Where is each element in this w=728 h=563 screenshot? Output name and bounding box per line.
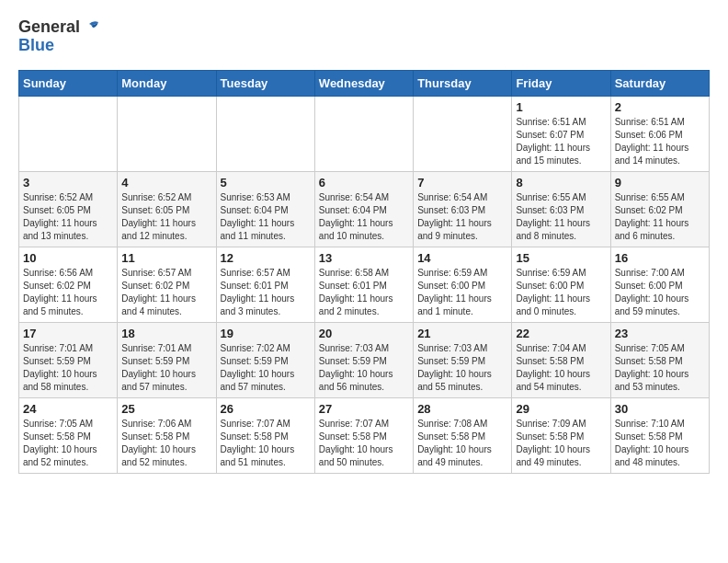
day-number: 5 — [221, 176, 311, 190]
day-info: Sunrise: 6:55 AM Sunset: 6:03 PM Dayligh… — [516, 191, 606, 243]
calendar-cell: 30Sunrise: 7:10 AM Sunset: 5:58 PM Dayli… — [610, 397, 709, 473]
weekday-header-row: SundayMondayTuesdayWednesdayThursdayFrid… — [19, 70, 710, 96]
weekday-header-saturday: Saturday — [610, 70, 709, 96]
logo-text-blue: Blue — [18, 37, 54, 55]
weekday-header-wednesday: Wednesday — [314, 70, 413, 96]
day-info: Sunrise: 7:01 AM Sunset: 5:59 PM Dayligh… — [23, 342, 113, 394]
day-info: Sunrise: 6:54 AM Sunset: 6:03 PM Dayligh… — [417, 191, 507, 243]
day-number: 2 — [615, 100, 705, 114]
day-info: Sunrise: 6:59 AM Sunset: 6:00 PM Dayligh… — [417, 267, 507, 318]
day-number: 17 — [23, 327, 113, 340]
day-number: 13 — [319, 251, 409, 265]
calendar-cell: 15Sunrise: 6:59 AM Sunset: 6:00 PM Dayli… — [512, 247, 610, 322]
calendar-cell: 26Sunrise: 7:07 AM Sunset: 5:58 PM Dayli… — [216, 397, 314, 473]
calendar-week-1: 1Sunrise: 6:51 AM Sunset: 6:07 PM Daylig… — [19, 96, 710, 171]
logo-bird-icon — [82, 20, 100, 35]
calendar-cell: 17Sunrise: 7:01 AM Sunset: 5:59 PM Dayli… — [19, 322, 118, 397]
day-info: Sunrise: 6:51 AM Sunset: 6:06 PM Dayligh… — [615, 116, 705, 167]
day-number: 10 — [23, 251, 113, 265]
calendar-table: SundayMondayTuesdayWednesdayThursdayFrid… — [18, 70, 710, 474]
calendar-week-2: 3Sunrise: 6:52 AM Sunset: 6:05 PM Daylig… — [19, 171, 710, 247]
day-info: Sunrise: 7:09 AM Sunset: 5:58 PM Dayligh… — [516, 418, 606, 469]
day-number: 15 — [516, 251, 606, 265]
day-info: Sunrise: 6:57 AM Sunset: 6:01 PM Dayligh… — [221, 267, 311, 318]
calendar-cell: 27Sunrise: 7:07 AM Sunset: 5:58 PM Dayli… — [314, 397, 413, 473]
day-info: Sunrise: 6:52 AM Sunset: 6:05 PM Dayligh… — [121, 191, 211, 243]
day-info: Sunrise: 7:07 AM Sunset: 5:58 PM Dayligh… — [319, 418, 409, 469]
weekday-header-thursday: Thursday — [414, 70, 512, 96]
logo-text-general: General — [18, 18, 80, 37]
day-info: Sunrise: 7:01 AM Sunset: 5:59 PM Dayligh… — [121, 342, 211, 394]
day-info: Sunrise: 7:03 AM Sunset: 5:59 PM Dayligh… — [417, 342, 507, 394]
calendar-cell: 12Sunrise: 6:57 AM Sunset: 6:01 PM Dayli… — [216, 247, 314, 322]
calendar-cell: 28Sunrise: 7:08 AM Sunset: 5:58 PM Dayli… — [414, 397, 512, 473]
day-info: Sunrise: 6:54 AM Sunset: 6:04 PM Dayligh… — [319, 191, 409, 243]
calendar-cell: 9Sunrise: 6:55 AM Sunset: 6:02 PM Daylig… — [610, 171, 709, 247]
calendar-cell: 14Sunrise: 6:59 AM Sunset: 6:00 PM Dayli… — [414, 247, 512, 322]
day-info: Sunrise: 6:57 AM Sunset: 6:02 PM Dayligh… — [121, 267, 211, 318]
calendar-cell: 6Sunrise: 6:54 AM Sunset: 6:04 PM Daylig… — [314, 171, 413, 247]
day-info: Sunrise: 6:51 AM Sunset: 6:07 PM Dayligh… — [516, 116, 606, 167]
day-number: 8 — [516, 176, 606, 190]
calendar-cell: 23Sunrise: 7:05 AM Sunset: 5:58 PM Dayli… — [610, 322, 709, 397]
day-info: Sunrise: 7:10 AM Sunset: 5:58 PM Dayligh… — [615, 418, 705, 469]
day-info: Sunrise: 7:07 AM Sunset: 5:58 PM Dayligh… — [221, 418, 311, 469]
day-number: 30 — [615, 402, 705, 416]
calendar-cell: 1Sunrise: 6:51 AM Sunset: 6:07 PM Daylig… — [512, 96, 610, 171]
day-info: Sunrise: 6:58 AM Sunset: 6:01 PM Dayligh… — [319, 267, 409, 318]
calendar-cell — [19, 96, 118, 171]
calendar-cell: 24Sunrise: 7:05 AM Sunset: 5:58 PM Dayli… — [19, 397, 118, 473]
weekday-header-sunday: Sunday — [19, 70, 118, 96]
calendar-cell — [118, 96, 216, 171]
day-number: 18 — [121, 327, 211, 340]
day-number: 28 — [417, 402, 507, 416]
day-info: Sunrise: 6:56 AM Sunset: 6:02 PM Dayligh… — [23, 267, 113, 318]
day-info: Sunrise: 7:05 AM Sunset: 5:58 PM Dayligh… — [23, 418, 113, 469]
day-info: Sunrise: 7:02 AM Sunset: 5:59 PM Dayligh… — [221, 342, 311, 394]
day-info: Sunrise: 7:05 AM Sunset: 5:58 PM Dayligh… — [615, 342, 705, 394]
day-number: 21 — [417, 327, 507, 340]
calendar-cell: 25Sunrise: 7:06 AM Sunset: 5:58 PM Dayli… — [118, 397, 216, 473]
day-info: Sunrise: 6:53 AM Sunset: 6:04 PM Dayligh… — [221, 191, 311, 243]
day-number: 19 — [221, 327, 311, 340]
calendar-cell: 13Sunrise: 6:58 AM Sunset: 6:01 PM Dayli… — [314, 247, 413, 322]
day-info: Sunrise: 7:06 AM Sunset: 5:58 PM Dayligh… — [121, 418, 211, 469]
logo: General Blue — [18, 18, 100, 55]
calendar-cell: 16Sunrise: 7:00 AM Sunset: 6:00 PM Dayli… — [610, 247, 709, 322]
day-number: 26 — [221, 402, 311, 416]
day-number: 7 — [417, 176, 507, 190]
day-number: 12 — [221, 251, 311, 265]
weekday-header-monday: Monday — [118, 70, 216, 96]
calendar-cell: 5Sunrise: 6:53 AM Sunset: 6:04 PM Daylig… — [216, 171, 314, 247]
day-number: 27 — [319, 402, 409, 416]
calendar-week-5: 24Sunrise: 7:05 AM Sunset: 5:58 PM Dayli… — [19, 397, 710, 473]
calendar-cell: 8Sunrise: 6:55 AM Sunset: 6:03 PM Daylig… — [512, 171, 610, 247]
calendar-cell — [216, 96, 314, 171]
day-number: 29 — [516, 402, 606, 416]
day-number: 24 — [23, 402, 113, 416]
calendar-cell — [314, 96, 413, 171]
day-number: 11 — [121, 251, 211, 265]
calendar-cell: 3Sunrise: 6:52 AM Sunset: 6:05 PM Daylig… — [19, 171, 118, 247]
calendar-cell: 11Sunrise: 6:57 AM Sunset: 6:02 PM Dayli… — [118, 247, 216, 322]
day-number: 22 — [516, 327, 606, 340]
day-number: 20 — [319, 327, 409, 340]
calendar-cell: 29Sunrise: 7:09 AM Sunset: 5:58 PM Dayli… — [512, 397, 610, 473]
day-info: Sunrise: 6:55 AM Sunset: 6:02 PM Dayligh… — [615, 191, 705, 243]
day-number: 4 — [121, 176, 211, 190]
calendar-cell: 20Sunrise: 7:03 AM Sunset: 5:59 PM Dayli… — [314, 322, 413, 397]
day-number: 3 — [23, 176, 113, 190]
day-number: 16 — [615, 251, 705, 265]
calendar-cell: 2Sunrise: 6:51 AM Sunset: 6:06 PM Daylig… — [610, 96, 709, 171]
day-number: 25 — [121, 402, 211, 416]
calendar-cell — [414, 96, 512, 171]
weekday-header-friday: Friday — [512, 70, 610, 96]
day-info: Sunrise: 6:52 AM Sunset: 6:05 PM Dayligh… — [23, 191, 113, 243]
calendar-cell: 21Sunrise: 7:03 AM Sunset: 5:59 PM Dayli… — [414, 322, 512, 397]
calendar-cell: 18Sunrise: 7:01 AM Sunset: 5:59 PM Dayli… — [118, 322, 216, 397]
page-header: General Blue — [18, 18, 710, 55]
day-info: Sunrise: 6:59 AM Sunset: 6:00 PM Dayligh… — [516, 267, 606, 318]
day-number: 1 — [516, 100, 606, 114]
day-number: 23 — [615, 327, 705, 340]
day-number: 14 — [417, 251, 507, 265]
